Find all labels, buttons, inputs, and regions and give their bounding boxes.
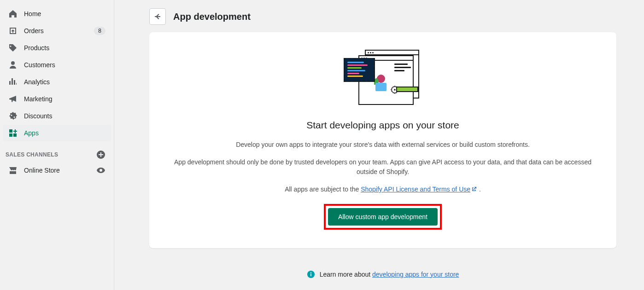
page-title: App development bbox=[173, 12, 251, 22]
home-icon bbox=[8, 9, 18, 18]
terms-suffix: . bbox=[477, 186, 481, 193]
nav-label: Home bbox=[24, 10, 105, 17]
marketing-icon bbox=[8, 94, 18, 104]
footer-text: Learn more about developing apps for you… bbox=[320, 271, 459, 278]
nav-item-apps[interactable]: Apps bbox=[3, 125, 111, 141]
view-icon[interactable] bbox=[96, 166, 105, 175]
orders-icon bbox=[8, 26, 18, 35]
nav-item-analytics[interactable]: Analytics bbox=[3, 74, 111, 90]
footer-info: Learn more about developing apps for you… bbox=[149, 270, 616, 278]
card-title: Start developing apps on your store bbox=[168, 120, 598, 131]
main-content: App development Start developing apps on… bbox=[114, 0, 644, 290]
info-icon bbox=[307, 270, 315, 278]
app-dev-card: Start developing apps on your store Deve… bbox=[149, 32, 616, 248]
arrow-left-icon bbox=[153, 12, 162, 21]
terms-prefix: All apps are subject to the bbox=[285, 186, 361, 193]
back-button[interactable] bbox=[149, 8, 166, 25]
customers-icon bbox=[8, 60, 18, 70]
products-icon bbox=[8, 43, 18, 52]
nav-item-orders[interactable]: Orders 8 bbox=[3, 23, 111, 39]
sales-channels-header: SALES CHANNELS bbox=[0, 142, 114, 162]
nav-label: Analytics bbox=[24, 78, 105, 86]
footer-link[interactable]: developing apps for your store bbox=[372, 271, 459, 278]
page-header: App development bbox=[149, 8, 616, 25]
channels-list: Online Store bbox=[0, 162, 114, 179]
nav-label: Orders bbox=[24, 27, 94, 35]
svg-point-3 bbox=[310, 272, 311, 273]
nav-label: Marketing bbox=[24, 95, 105, 103]
card-text-2: App development should only be done by t… bbox=[168, 157, 598, 177]
nav-item-customers[interactable]: Customers bbox=[3, 57, 111, 73]
add-channel-icon[interactable] bbox=[96, 150, 105, 159]
discounts-icon bbox=[8, 111, 18, 121]
nav-item-discounts[interactable]: Discounts bbox=[3, 108, 111, 124]
external-link-icon bbox=[471, 186, 477, 192]
nav-label: Products bbox=[24, 44, 105, 52]
svg-point-1 bbox=[394, 89, 396, 91]
analytics-icon bbox=[8, 77, 18, 87]
nav-list: Home Orders 8 Products Customers Analyti… bbox=[0, 6, 114, 141]
channel-label: Online Store bbox=[24, 167, 96, 174]
svg-rect-4 bbox=[310, 273, 311, 276]
nav-item-home[interactable]: Home bbox=[3, 6, 111, 22]
apps-icon bbox=[8, 128, 18, 138]
card-text-3: All apps are subject to the Shopify API … bbox=[168, 185, 598, 195]
nav-item-marketing[interactable]: Marketing bbox=[3, 91, 111, 107]
section-label: SALES CHANNELS bbox=[6, 151, 58, 158]
orders-badge: 8 bbox=[94, 27, 105, 35]
nav-label: Discounts bbox=[24, 112, 105, 120]
nav-label: Apps bbox=[24, 129, 105, 137]
sidebar: Home Orders 8 Products Customers Analyti… bbox=[0, 0, 114, 290]
cta-highlight: Allow custom app development bbox=[324, 204, 442, 230]
store-icon bbox=[8, 166, 18, 175]
card-text-1: Develop your own apps to integrate your … bbox=[168, 140, 598, 150]
channel-item-online-store[interactable]: Online Store bbox=[3, 162, 111, 179]
nav-label: Customers bbox=[24, 61, 105, 69]
allow-custom-app-dev-button[interactable]: Allow custom app development bbox=[328, 208, 438, 226]
terms-link[interactable]: Shopify API License and Terms of Use bbox=[361, 186, 477, 193]
nav-item-products[interactable]: Products bbox=[3, 40, 111, 56]
app-dev-illustration bbox=[344, 49, 422, 109]
